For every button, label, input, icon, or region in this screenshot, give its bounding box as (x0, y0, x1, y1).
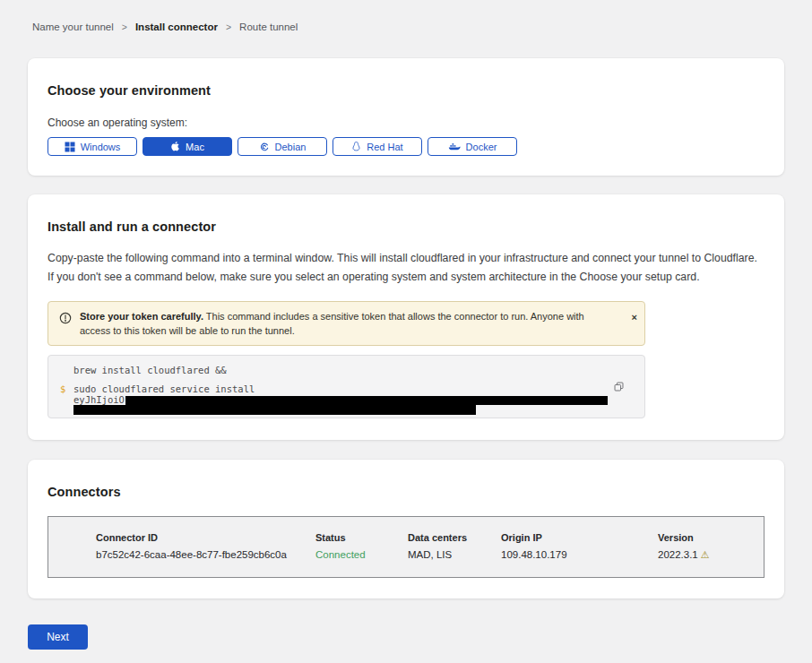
data-centers-value: MAD, LIS (408, 549, 467, 560)
debian-logo-icon (259, 142, 270, 152)
token-warning-banner: Store your token carefully. This command… (48, 301, 645, 346)
connectors-table: Connector ID b7c52c42-6caa-48ee-8c77-fbe… (48, 516, 764, 578)
environment-card-title: Choose your environment (48, 83, 764, 98)
token-redaction-bar (125, 396, 608, 405)
install-description: Copy-paste the following command into a … (48, 249, 764, 287)
copy-icon[interactable] (613, 381, 625, 395)
os-button-label: Mac (186, 142, 204, 152)
os-button-label: Red Hat (367, 142, 402, 152)
os-button-windows[interactable]: Windows (48, 137, 137, 156)
token-warning-bold: Store your token carefully. (80, 311, 203, 322)
origin-ip-value: 109.48.10.179 (501, 549, 567, 560)
code-line-sudo: sudo cloudflared service install (73, 384, 644, 394)
os-button-debian[interactable]: Debian (238, 137, 327, 156)
os-button-label: Debian (275, 142, 307, 152)
os-button-group: Windows Mac Debian (48, 137, 764, 156)
token-redaction-bar (73, 405, 476, 415)
code-line-token: eyJhIjoiO (73, 395, 644, 405)
os-button-label: Windows (81, 142, 121, 152)
shell-prompt: $ (60, 384, 65, 394)
close-icon[interactable]: × (632, 313, 637, 323)
connectors-card-title: Connectors (48, 485, 764, 499)
breadcrumb-separator: > (122, 22, 127, 32)
environment-card: Choose your environment Choose an operat… (28, 58, 784, 176)
connector-id-value: b7c52c42-6caa-48ee-8c77-fbe259cb6c0a (96, 549, 287, 560)
next-button[interactable]: Next (28, 624, 88, 650)
breadcrumb-route-tunnel[interactable]: Route tunnel (239, 22, 298, 32)
os-button-redhat[interactable]: Red Hat (333, 137, 422, 156)
token-visible-text: eyJhIjoiO (73, 395, 125, 405)
install-command-codeblock: brew install cloudflared && $ sudo cloud… (48, 355, 645, 418)
install-card-title: Install and run a connector (48, 220, 764, 234)
version-value: 2022.3.1⚠ (658, 549, 710, 561)
breadcrumb-name-your-tunnel[interactable]: Name your tunnel (32, 22, 114, 32)
os-button-label: Docker (466, 142, 497, 152)
redhat-linux-penguin-icon (351, 141, 361, 152)
os-button-docker[interactable]: Docker (428, 137, 517, 156)
os-select-label: Choose an operating system: (48, 116, 764, 129)
code-line-brew: brew install cloudflared && (73, 366, 644, 375)
column-header-origin-ip: Origin IP (501, 532, 567, 543)
breadcrumb: Name your tunnel > Install connector > R… (32, 22, 784, 32)
status-badge: Connected (315, 549, 366, 560)
warning-triangle-icon: ⚠ (701, 549, 710, 560)
column-header-version: Version (658, 532, 710, 543)
os-button-mac[interactable]: Mac (143, 137, 232, 156)
connectors-card: Connectors Connector ID b7c52c42-6caa-48… (28, 460, 784, 598)
tunnel-setup-page: Name your tunnel > Install connector > R… (0, 0, 812, 650)
token-warning-text: Store your token carefully. This command… (80, 309, 635, 338)
breadcrumb-install-connector[interactable]: Install connector (135, 22, 218, 32)
docker-whale-icon (448, 142, 461, 152)
windows-logo-icon (65, 142, 75, 152)
install-card: Install and run a connector Copy-paste t… (28, 194, 784, 440)
column-header-data-centers: Data centers (408, 532, 467, 543)
breadcrumb-separator: > (226, 22, 231, 32)
alert-circle-icon (59, 312, 72, 328)
apple-logo-icon (170, 141, 180, 152)
column-header-status: Status (315, 532, 366, 543)
column-header-connector-id: Connector ID (96, 532, 287, 543)
